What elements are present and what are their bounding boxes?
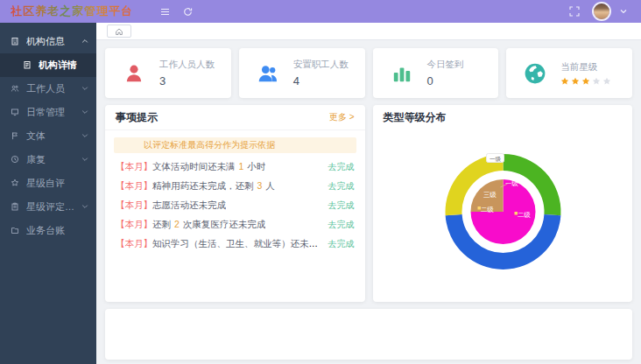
sidebar-item-星级自评[interactable]: 星级自评 [0, 172, 96, 195]
stat-card-工作人员人数: 工作人员人数3 [105, 48, 231, 98]
sidebar-item-文体[interactable]: 文体 [0, 124, 96, 148]
people-icon [257, 62, 279, 85]
sidebar-item-label: 星级自评 [26, 177, 89, 190]
task-row: 【本月】文体活动时间还未满 1 小时去完成 [105, 158, 365, 177]
tasks-panel-header: 事项提示 更多 > [105, 105, 365, 130]
sidebar-item-label: 业务台账 [26, 224, 89, 237]
sidebar-item-label: 日常管理 [26, 106, 81, 119]
bar-chart-icon [391, 62, 413, 85]
chevron-up-icon [81, 38, 89, 46]
chevron-down-icon [81, 156, 89, 164]
person-icon [123, 62, 145, 85]
task-row: 【本月】知识学习（生活、卫生、就业等）还未完成去完成 [105, 234, 365, 254]
star-empty-icon [602, 77, 611, 86]
fullscreen-icon[interactable] [567, 4, 581, 18]
chevron-down-icon [81, 132, 89, 140]
stat-value: 4 [293, 74, 349, 88]
star-filled-icon [560, 77, 569, 86]
sidebar-submenu: 机构详情 [0, 53, 96, 77]
sidebar-subitem-机构详情[interactable]: 机构详情 [0, 53, 96, 77]
stat-value: 0 [427, 74, 464, 88]
avatar[interactable] [594, 4, 609, 19]
main-content: 工作人员人数3安置职工人数4今日签到0当前星级 事项提示 更多 > 以评定标准最… [96, 23, 641, 364]
chart-label: 一级 [505, 179, 519, 187]
building-icon [11, 37, 20, 46]
stat-card-text: 工作人员人数3 [159, 59, 215, 88]
star-empty-icon [592, 77, 601, 86]
globe-icon [524, 62, 546, 85]
sidebar-item-星级评定申报[interactable]: 星级评定申报 [0, 195, 96, 219]
stat-card-text: 今日签到0 [427, 59, 464, 88]
chart-label: 三级 [483, 191, 497, 199]
sidebar-item-机构信息[interactable]: 机构信息 [0, 30, 96, 53]
task-month-tag: 【本月】 [116, 200, 152, 210]
refresh-icon[interactable] [180, 4, 194, 18]
clipboard-icon [11, 202, 20, 212]
star-icon [11, 178, 20, 188]
sidebar-item-label: 星级评定申报 [26, 200, 81, 214]
go-complete-link[interactable]: 去完成 [328, 219, 355, 231]
app-header: 社区养老之家管理平台 [0, 0, 641, 23]
tab-bar [96, 23, 641, 40]
folder-icon [11, 226, 20, 235]
chevron-down-icon [81, 203, 89, 211]
chevron-down-icon[interactable] [616, 4, 630, 18]
sidebar-item-工作人员[interactable]: 工作人员 [0, 77, 96, 101]
notice-banner: 以评定标准最高得分作为提示依据 [114, 137, 356, 153]
sidebar: 机构信息机构详情工作人员日常管理文体康复星级自评星级评定申报业务台账 [0, 23, 96, 364]
sidebar-item-康复[interactable]: 康复 [0, 148, 96, 172]
chart-panel-header: 类型等级分布 [373, 105, 633, 130]
go-complete-link[interactable]: 去完成 [328, 238, 355, 250]
document-icon [23, 60, 32, 70]
chevron-down-icon [81, 108, 89, 116]
more-link[interactable]: 更多 > [329, 111, 355, 123]
stats-row: 工作人员人数3安置职工人数4今日签到0当前星级 [105, 48, 632, 98]
team-icon [11, 84, 20, 94]
task-highlight-number: 1 [238, 161, 243, 172]
flag-icon [11, 131, 20, 141]
task-month-tag: 【本月】 [116, 219, 152, 229]
task-text: 志愿活动还未完成 [152, 200, 226, 210]
task-description: 【本月】志愿活动还未完成 [116, 200, 226, 212]
task-text: 文体活动时间还未满 1 小时 [152, 161, 265, 172]
chart-panel: 类型等级分布 一级一级三级二级二级 [373, 105, 633, 302]
star-filled-icon [571, 77, 580, 86]
stat-card-text: 当前星级 [560, 61, 611, 86]
stat-value: 3 [159, 74, 215, 88]
stat-card-当前星级: 当前星级 [506, 48, 632, 98]
home-icon [115, 27, 123, 36]
go-complete-link[interactable]: 去完成 [328, 200, 355, 212]
sidebar-item-业务台账[interactable]: 业务台账 [0, 219, 96, 242]
chevron-down-icon [81, 85, 89, 93]
go-complete-link[interactable]: 去完成 [328, 161, 355, 173]
task-highlight-number: 3 [257, 180, 262, 191]
task-row: 【本月】精神用药还未完成，还剩 3 人去完成 [105, 177, 365, 196]
task-description: 【本月】精神用药还未完成，还剩 3 人 [116, 180, 275, 192]
menu-collapse-icon[interactable] [158, 4, 172, 18]
chart-label: 二级 [518, 211, 532, 219]
task-description: 【本月】还剩 2 次康复医疗还未完成 [116, 219, 265, 231]
tab-home[interactable] [107, 24, 131, 38]
sidebar-item-日常管理[interactable]: 日常管理 [0, 101, 96, 124]
stat-card-text: 安置职工人数4 [293, 59, 349, 88]
task-highlight-number: 2 [174, 219, 180, 229]
monitor-icon [11, 108, 20, 117]
task-row: 【本月】志愿活动还未完成去完成 [105, 196, 365, 215]
chart-label: 一级 [490, 156, 502, 162]
sidebar-item-label: 文体 [26, 130, 81, 143]
tasks-title: 事项提示 [116, 110, 158, 125]
content-scroll-area[interactable]: 工作人员人数3安置职工人数4今日签到0当前星级 事项提示 更多 > 以评定标准最… [96, 41, 641, 364]
sidebar-item-label: 康复 [26, 153, 81, 166]
task-month-tag: 【本月】 [116, 180, 152, 191]
sidebar-item-label: 工作人员 [26, 82, 81, 95]
bottom-panel [105, 309, 632, 360]
task-month-tag: 【本月】 [116, 238, 152, 248]
go-complete-link[interactable]: 去完成 [328, 180, 355, 192]
app-title: 社区养老之家管理平台 [11, 4, 133, 19]
panels-row: 事项提示 更多 > 以评定标准最高得分作为提示依据 【本月】文体活动时间还未满 … [105, 105, 632, 302]
chart-title: 类型等级分布 [384, 110, 447, 125]
stat-label: 今日签到 [427, 59, 464, 71]
sidebar-item-label: 机构信息 [26, 35, 81, 48]
tasks-panel: 事项提示 更多 > 以评定标准最高得分作为提示依据 【本月】文体活动时间还未满 … [105, 105, 365, 302]
star-rating [560, 77, 611, 86]
